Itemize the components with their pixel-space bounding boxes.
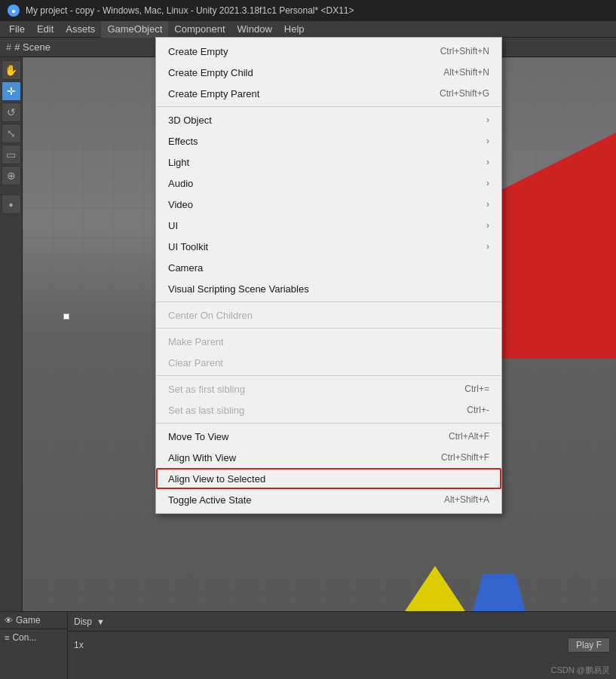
menu-option-label-8: UI <box>168 220 178 231</box>
menu-option-label-15: Set as first sibling <box>168 384 245 395</box>
menu-item-file[interactable]: File <box>3 21 31 38</box>
selection-handle <box>63 314 69 320</box>
menu-option-label-5: Light <box>168 157 189 168</box>
menu-option-17[interactable]: Move To ViewCtrl+Alt+F <box>156 426 501 447</box>
submenu-arrow-8: › <box>486 220 489 231</box>
bottom-panels: 👁 Game ≡ Con... Disp ▼ 1x Play F <box>0 611 616 679</box>
menu-option-label-14: Clear Parent <box>168 357 223 369</box>
unity-icon: ● <box>8 5 20 17</box>
scene-tab-label: # Scene <box>14 41 51 53</box>
shortcut-1: Alt+Shift+N <box>443 67 489 78</box>
menu-option-label-3: 3D Object <box>168 115 212 126</box>
menu-option-4[interactable]: Effects› <box>156 130 501 151</box>
menu-option-label-2: Create Empty Parent <box>168 88 259 99</box>
onex-label: 1x <box>74 640 84 650</box>
menu-option-14: Clear Parent <box>156 352 501 373</box>
menu-option-12: Center On Children <box>156 304 501 326</box>
menu-option-20[interactable]: Toggle Active StateAlt+Shift+A <box>156 489 501 510</box>
menu-separator-11 <box>156 301 501 302</box>
move-tool[interactable]: ✛ <box>2 81 21 101</box>
menu-separator-2 <box>156 106 501 107</box>
game-disp-label: Disp <box>74 616 92 627</box>
shortcut-2: Ctrl+Shift+G <box>440 88 489 99</box>
menu-option-3[interactable]: 3D Object› <box>156 109 501 130</box>
menu-option-label-16: Set as last sibling <box>168 405 244 416</box>
menu-option-18[interactable]: Align With ViewCtrl+Shift+F <box>156 447 501 468</box>
game-tab-label: Game <box>16 615 41 625</box>
menu-item-gameobject[interactable]: GameObject <box>101 21 168 38</box>
submenu-arrow-6: › <box>486 178 489 188</box>
menu-option-10[interactable]: Camera <box>156 257 501 278</box>
menu-option-label-1: Create Empty Child <box>168 67 253 78</box>
menu-option-label-4: Effects <box>168 136 198 147</box>
menu-option-label-13: Make Parent <box>168 336 224 347</box>
shortcut-20: Alt+Shift+A <box>444 494 489 505</box>
menu-option-9[interactable]: UI Toolkit› <box>156 236 501 257</box>
menu-item-assets[interactable]: Assets <box>60 21 101 38</box>
menu-option-11[interactable]: Visual Scripting Scene Variables <box>156 278 501 299</box>
shortcut-18: Ctrl+Shift+F <box>441 452 489 463</box>
rect-tool[interactable]: ▭ <box>2 145 21 164</box>
rotate-tool[interactable]: ↺ <box>2 102 21 122</box>
menu-option-5[interactable]: Light› <box>156 151 501 173</box>
menu-bar: FileEditAssetsGameObjectComponentWindowH… <box>0 21 616 38</box>
menu-option-1[interactable]: Create Empty ChildAlt+Shift+N <box>156 62 501 83</box>
menu-separator-16 <box>156 423 501 424</box>
menu-option-15: Set as first siblingCtrl+= <box>156 378 501 399</box>
scale-tool[interactable]: ⤡ <box>2 124 21 143</box>
shortcut-17: Ctrl+Alt+F <box>449 431 489 442</box>
menu-item-window[interactable]: Window <box>231 21 278 38</box>
submenu-arrow-9: › <box>486 241 489 252</box>
shortcut-15: Ctrl+= <box>464 384 489 394</box>
menu-option-label-17: Move To View <box>168 431 228 442</box>
gameobject-dropdown-menu: Create EmptyCtrl+Shift+NCreate Empty Chi… <box>155 37 502 514</box>
transform-tool[interactable]: ⊕ <box>2 166 21 185</box>
menu-option-16: Set as last siblingCtrl+- <box>156 399 501 421</box>
extra-tool-1[interactable]: ● <box>2 194 21 214</box>
menu-option-label-10: Camera <box>168 262 203 274</box>
tools-panel: ✋ ✛ ↺ ⤡ ▭ ⊕ ● <box>0 57 23 679</box>
menu-option-label-12: Center On Children <box>168 310 253 321</box>
window-title: My project - copy - Windows, Mac, Linux … <box>26 5 354 16</box>
menu-item-edit[interactable]: Edit <box>31 21 60 38</box>
menu-option-label-0: Create Empty <box>168 46 228 57</box>
menu-option-2[interactable]: Create Empty ParentCtrl+Shift+G <box>156 83 501 104</box>
menu-option-7[interactable]: Video› <box>156 194 501 215</box>
submenu-arrow-7: › <box>486 199 489 210</box>
play-button[interactable]: Play F <box>568 638 610 653</box>
submenu-arrow-5: › <box>486 157 489 167</box>
menu-option-label-19: Align View to Selected <box>168 473 265 485</box>
submenu-arrow-3: › <box>486 115 489 125</box>
menu-separator-14 <box>156 375 501 376</box>
menu-separator-12 <box>156 328 501 329</box>
menu-option-19[interactable]: Align View to Selected <box>156 468 501 489</box>
menu-option-13: Make Parent <box>156 331 501 352</box>
menu-option-label-6: Audio <box>168 178 193 189</box>
hand-tool[interactable]: ✋ <box>2 60 21 80</box>
watermark: CSDN @鹏易灵 <box>551 665 610 676</box>
console-tab-label: Con... <box>12 632 36 643</box>
menu-option-label-20: Toggle Active State <box>168 494 252 506</box>
menu-option-label-9: UI Toolkit <box>168 241 208 252</box>
menu-option-label-18: Align With View <box>168 452 236 463</box>
title-bar: ● My project - copy - Windows, Mac, Linu… <box>0 0 616 21</box>
shortcut-16: Ctrl+- <box>467 405 489 415</box>
shortcut-0: Ctrl+Shift+N <box>440 46 489 57</box>
menu-item-help[interactable]: Help <box>278 21 311 38</box>
menu-option-6[interactable]: Audio› <box>156 173 501 194</box>
menu-option-label-7: Video <box>168 199 193 210</box>
menu-option-8[interactable]: UI› <box>156 215 501 236</box>
submenu-arrow-4: › <box>486 136 489 146</box>
menu-option-label-11: Visual Scripting Scene Variables <box>168 283 309 295</box>
menu-option-0[interactable]: Create EmptyCtrl+Shift+N <box>156 41 501 62</box>
menu-item-component[interactable]: Component <box>168 21 231 38</box>
